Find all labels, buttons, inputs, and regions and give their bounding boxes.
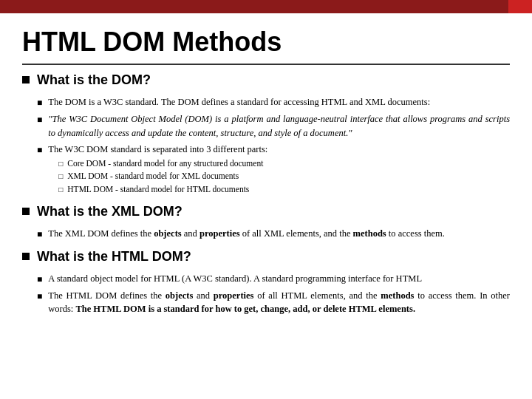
list-item: ■ The XML DOM defines the objects and pr…: [37, 227, 510, 241]
top-bar-accent: [508, 0, 532, 13]
section-bullet-xml-dom: [22, 204, 30, 215]
dom-bullets: ■ The DOM is a W3C standard. The DOM def…: [22, 95, 510, 197]
section-bullet-dom: [22, 72, 30, 83]
bold-properties: properties: [200, 228, 240, 239]
divider: [22, 64, 510, 65]
sub-list-item: XML DOM - standard model for XML documen…: [58, 171, 510, 183]
bullet-text: The W3C DOM standard is separated into 3…: [48, 143, 510, 197]
bullet-text-xml: The XML DOM defines the objects and prop…: [48, 227, 510, 241]
top-bar: [0, 0, 532, 13]
bold-objects-html: objects: [166, 290, 194, 301]
bullet-text: The DOM is a W3C standard. The DOM defin…: [48, 95, 510, 109]
sub-list-item: HTML DOM - standard model for HTML docum…: [58, 184, 510, 196]
bullet-text-html-1: A standard object model for HTML (A W3C …: [48, 272, 510, 286]
main-content: HTML DOM Methods What is the DOM? ■ The …: [0, 13, 532, 330]
section-title-xml-dom: What is the XML DOM?: [37, 204, 183, 219]
bold-properties-html: properties: [214, 290, 254, 301]
page-title: HTML DOM Methods: [22, 27, 510, 58]
list-item: ■ The HTML DOM defines the objects and p…: [37, 289, 510, 316]
bold-methods: methods: [353, 228, 386, 239]
bullet-icon: ■: [37, 273, 42, 286]
bullet-icon: ■: [37, 228, 42, 241]
xml-dom-bullets: ■ The XML DOM defines the objects and pr…: [22, 227, 510, 241]
bullet-icon: ■: [37, 114, 42, 139]
section-title-dom: What is the DOM?: [37, 72, 151, 88]
list-item: ■ A standard object model for HTML (A W3…: [37, 272, 510, 286]
bold-objects: objects: [154, 228, 182, 239]
section-what-is-xml-dom: What is the XML DOM? ■ The XML DOM defin…: [22, 204, 510, 241]
bold-summary: The HTML DOM is a standard for how to ge…: [75, 304, 415, 314]
bullet-icon: ■: [37, 144, 42, 197]
bullet-text-italic: "The W3C Document Object Model (DOM) is …: [48, 112, 510, 139]
bold-methods-html: methods: [381, 290, 414, 301]
section-bullet-html-dom: [22, 249, 30, 260]
bullet-icon: ■: [37, 290, 42, 316]
bullet-icon: ■: [37, 97, 42, 109]
section-header-xml-dom: What is the XML DOM?: [22, 204, 510, 219]
section-title-html-dom: What is the HTML DOM?: [37, 249, 191, 265]
sub-list-item: Core DOM - standard model for any struct…: [58, 158, 510, 170]
sub-bullet-list: Core DOM - standard model for any struct…: [48, 158, 510, 196]
section-header-html-dom: What is the HTML DOM?: [22, 249, 510, 265]
list-item: ■ The DOM is a W3C standard. The DOM def…: [37, 95, 510, 109]
html-dom-bullets: ■ A standard object model for HTML (A W3…: [22, 272, 510, 316]
list-item: ■ "The W3C Document Object Model (DOM) i…: [37, 112, 510, 139]
section-what-is-html-dom: What is the HTML DOM? ■ A standard objec…: [22, 249, 510, 316]
section-header-dom: What is the DOM?: [22, 72, 510, 88]
section-what-is-dom: What is the DOM? ■ The DOM is a W3C stan…: [22, 72, 510, 197]
list-item: ■ The W3C DOM standard is separated into…: [37, 143, 510, 197]
bullet-text-html-2: The HTML DOM defines the objects and pro…: [48, 289, 510, 316]
